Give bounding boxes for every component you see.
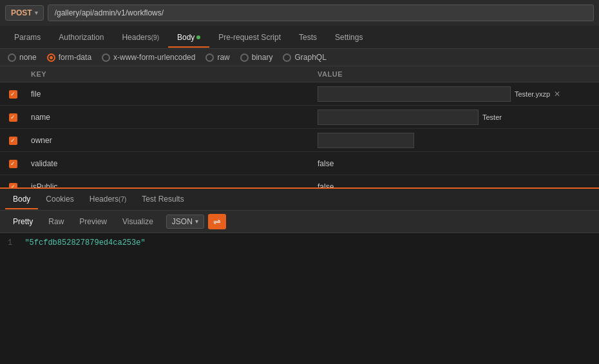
json-label: JSON <box>172 217 193 226</box>
radio-raw <box>205 53 214 62</box>
value-owner <box>312 130 599 151</box>
form-data-table: KEY VALUE file Tester.yxzp ✕ name Tester <box>0 66 599 187</box>
text-input-owner[interactable] <box>318 133 414 148</box>
body-type-bar: none form-data x-www-form-urlencoded raw… <box>0 49 599 66</box>
file-name-tag: Tester.yxzp <box>515 90 550 98</box>
tab-params[interactable]: Params <box>5 28 50 47</box>
format-pretty[interactable]: Pretty <box>5 215 41 229</box>
line-number: 1 <box>8 238 12 247</box>
key-file: file <box>26 87 312 101</box>
close-file-icon[interactable]: ✕ <box>554 90 560 99</box>
response-tab-headers[interactable]: Headers(7) <box>82 189 135 209</box>
wrap-button[interactable]: ⇌ <box>208 214 226 229</box>
response-body: 1 "5fcfdb852827879ed4ca253e" <box>0 233 599 365</box>
format-bar: Pretty Raw Preview Visualize JSON ▾ ⇌ <box>0 211 599 233</box>
body-dot <box>196 35 200 39</box>
body-type-urlencoded[interactable]: x-www-form-urlencoded <box>102 53 195 62</box>
radio-graphql <box>283 53 291 62</box>
body-type-binary[interactable]: binary <box>240 53 273 62</box>
response-tab-body[interactable]: Body <box>5 189 38 209</box>
tab-body[interactable]: Body <box>168 28 209 47</box>
body-type-none[interactable]: none <box>8 53 37 62</box>
response-tab-test-results[interactable]: Test Results <box>134 189 191 209</box>
key-name: name <box>26 110 312 124</box>
key-ispublic: isPublic <box>26 180 312 187</box>
tab-authorization[interactable]: Authorization <box>50 28 113 47</box>
check-ispublic[interactable] <box>0 182 26 187</box>
json-chevron-icon: ▾ <box>195 218 198 225</box>
tab-tests[interactable]: Tests <box>290 28 326 47</box>
name-value-text: Tester <box>482 113 502 121</box>
radio-none <box>8 53 16 62</box>
text-input-name[interactable] <box>318 110 479 125</box>
body-type-form-data[interactable]: form-data <box>47 53 91 62</box>
format-raw[interactable]: Raw <box>41 215 71 229</box>
format-preview[interactable]: Preview <box>71 215 115 229</box>
checkbox-name[interactable] <box>9 113 17 122</box>
check-name[interactable] <box>0 112 26 122</box>
wrap-icon: ⇌ <box>213 216 221 227</box>
method-label: POST <box>11 8 32 17</box>
tab-prerequest[interactable]: Pre-request Script <box>209 28 290 47</box>
check-file[interactable] <box>0 89 26 99</box>
radio-binary <box>240 53 249 62</box>
value-ispublic: false <box>312 180 599 187</box>
table-row: name Tester <box>0 106 599 129</box>
tab-settings[interactable]: Settings <box>326 28 372 47</box>
response-tab-cookies[interactable]: Cookies <box>38 189 81 209</box>
checkbox-ispublic[interactable] <box>9 183 17 187</box>
table-row: file Tester.yxzp ✕ <box>0 82 599 106</box>
key-owner: owner <box>26 133 312 148</box>
check-owner[interactable] <box>0 135 26 145</box>
response-tabs: Body Cookies Headers(7) Test Results <box>0 187 599 211</box>
value-file: Tester.yxzp ✕ <box>312 84 599 104</box>
checkbox-owner[interactable] <box>9 137 17 145</box>
col-key-header: KEY <box>26 70 312 78</box>
check-validate[interactable] <box>0 158 26 168</box>
json-format-dropdown[interactable]: JSON ▾ <box>166 215 204 229</box>
response-content-value: "5fcfdb852827879ed4ca253e" <box>24 238 145 247</box>
col-value-header: VALUE <box>312 70 599 78</box>
file-input-file[interactable] <box>318 86 511 102</box>
radio-urlencoded <box>102 53 110 62</box>
table-header: KEY VALUE <box>0 66 599 82</box>
table-row: validate false <box>0 152 599 175</box>
value-validate: false <box>312 157 599 171</box>
method-chevron-icon: ▾ <box>35 10 38 16</box>
top-bar: POST ▾ <box>0 0 599 26</box>
value-name: Tester <box>312 107 599 128</box>
checkbox-file[interactable] <box>9 90 17 99</box>
url-input[interactable] <box>48 5 594 21</box>
body-type-raw[interactable]: raw <box>205 53 229 62</box>
format-visualize[interactable]: Visualize <box>115 215 161 229</box>
radio-form-data <box>47 53 55 62</box>
body-type-graphql[interactable]: GraphQL <box>283 53 326 62</box>
table-row: isPublic false <box>0 175 599 187</box>
checkbox-validate[interactable] <box>9 160 17 168</box>
method-selector[interactable]: POST ▾ <box>5 5 44 21</box>
main-content: Params Authorization Headers(9) Body Pre… <box>0 26 599 364</box>
tab-headers[interactable]: Headers(9) <box>113 28 168 47</box>
table-row: owner <box>0 129 599 152</box>
nav-tabs: Params Authorization Headers(9) Body Pre… <box>0 26 599 49</box>
key-validate: validate <box>26 157 312 171</box>
